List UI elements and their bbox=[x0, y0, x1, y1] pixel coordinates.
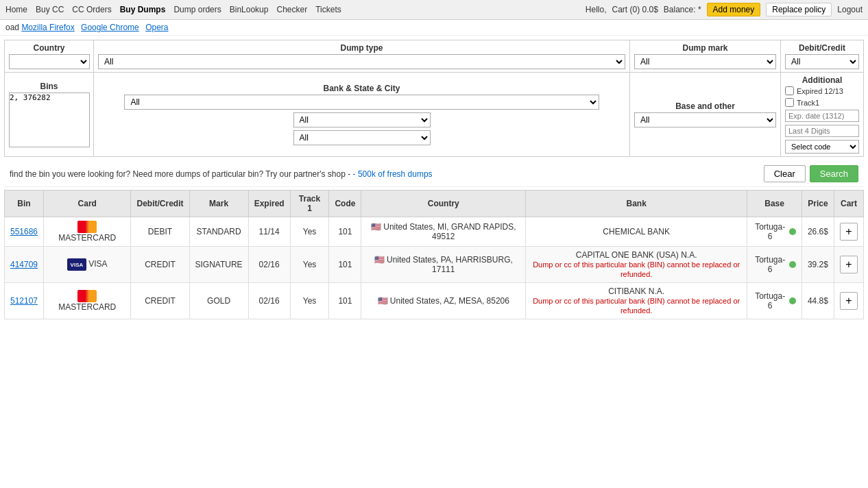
download-opera[interactable]: Opera bbox=[145, 23, 168, 32]
cell-card: MASTERCARD bbox=[44, 283, 131, 319]
col-code: Code bbox=[329, 191, 361, 217]
cell-debitcredit: CREDIT bbox=[131, 247, 189, 283]
cell-debitcredit: CREDIT bbox=[131, 283, 189, 319]
partner-link[interactable]: - 500k of fresh dumps bbox=[353, 169, 433, 179]
col-card: Card bbox=[44, 191, 131, 217]
base-select[interactable]: All bbox=[634, 112, 776, 127]
nav-tickets[interactable]: Tickets bbox=[315, 5, 341, 14]
state-select[interactable]: All bbox=[293, 112, 431, 127]
debitcredit-filter-cell: Debit/Credit All bbox=[781, 40, 863, 72]
base-filter-cell: Base and other All bbox=[630, 73, 781, 156]
table-row: 551686 MASTERCARDDEBITSTANDARD11/14Yes10… bbox=[5, 217, 864, 247]
add-to-cart-button[interactable]: + bbox=[840, 256, 858, 273]
bank-warning: Dump or cc of this particular bank (BIN)… bbox=[533, 297, 740, 315]
bin-link[interactable]: 512107 bbox=[10, 296, 38, 306]
filter-row-2: Bins 2, 376282 Bank & State & City All A… bbox=[5, 73, 863, 156]
dumpmark-label: Dump mark bbox=[634, 43, 776, 53]
base-badge: Tortuga-6 bbox=[753, 255, 796, 274]
bank-select[interactable]: All bbox=[124, 95, 599, 110]
filter-section: Country Dump type All Dump mark All Debi… bbox=[4, 40, 864, 157]
cell-bank: CITIBANK N.A.Dump or cc of this particul… bbox=[526, 283, 747, 319]
mastercard-icon bbox=[77, 290, 97, 302]
cell-mark: GOLD bbox=[189, 283, 248, 319]
top-navigation: Home Buy CC CC Orders Buy Dumps Dump ord… bbox=[0, 0, 868, 20]
add-to-cart-button[interactable]: + bbox=[840, 292, 858, 310]
table-row: 512107 MASTERCARDCREDITGOLD02/16Yes101🇺🇸… bbox=[5, 283, 864, 319]
bank-name: CITIBANK N.A. bbox=[608, 286, 664, 296]
download-chrome[interactable]: Google Chrome bbox=[81, 23, 139, 32]
add-to-cart-button[interactable]: + bbox=[840, 223, 858, 241]
additional-options: Expired 12/13 Track1 Select code bbox=[785, 86, 859, 154]
cell-track1: Yes bbox=[290, 247, 329, 283]
country-filter-cell: Country bbox=[5, 40, 94, 72]
cell-track1: Yes bbox=[290, 283, 329, 319]
dumptype-filter-cell: Dump type All bbox=[94, 40, 630, 72]
nav-dumporders[interactable]: Dump orders bbox=[173, 5, 221, 14]
mastercard-icon bbox=[77, 221, 97, 233]
exp-date-input[interactable] bbox=[785, 110, 859, 122]
cell-base: Tortuga-6 bbox=[747, 283, 802, 319]
download-firefox[interactable]: Mozilla Firefox bbox=[21, 23, 74, 32]
search-message: find the bin you were looking for? Need … bbox=[10, 169, 764, 179]
nav-home[interactable]: Home bbox=[5, 5, 27, 14]
base-name: Tortuga-6 bbox=[753, 291, 787, 310]
base-status-dot bbox=[789, 261, 796, 268]
search-message-text: find the bin you were looking for? Need … bbox=[10, 169, 350, 179]
base-name: Tortuga-6 bbox=[753, 255, 787, 274]
balance-text: Balance: * bbox=[664, 5, 701, 14]
country-select[interactable] bbox=[9, 54, 90, 69]
expired-checkbox-label[interactable]: Expired 12/13 bbox=[785, 86, 859, 95]
table-header-row: Bin Card Debit/Credit Mark Expired Track… bbox=[5, 191, 864, 217]
bin-link[interactable]: 414709 bbox=[10, 260, 38, 269]
cell-bin: 414709 bbox=[5, 247, 44, 283]
cell-cart: + bbox=[834, 283, 863, 319]
cell-card: VISA VISA bbox=[44, 247, 131, 283]
debitcredit-select[interactable]: All bbox=[785, 54, 859, 69]
col-expired: Expired bbox=[248, 191, 290, 217]
nav-ccorders[interactable]: CC Orders bbox=[72, 5, 111, 14]
last4-input[interactable] bbox=[785, 125, 859, 137]
expired-label: Expired 12/13 bbox=[797, 87, 843, 95]
debitcredit-label: Debit/Credit bbox=[785, 43, 859, 53]
cell-debitcredit: DEBIT bbox=[131, 217, 189, 247]
expired-checkbox[interactable] bbox=[785, 86, 794, 95]
city-select[interactable]: All bbox=[293, 130, 431, 145]
results-table: Bin Card Debit/Credit Mark Expired Track… bbox=[4, 190, 864, 319]
nav-buydumps[interactable]: Buy Dumps bbox=[120, 5, 166, 14]
cell-price: 39.2$ bbox=[801, 247, 834, 283]
select-code-select[interactable]: Select code bbox=[785, 140, 859, 154]
track1-label: Track1 bbox=[797, 99, 819, 107]
col-base: Base bbox=[747, 191, 802, 217]
nav-buycc[interactable]: Buy CC bbox=[36, 5, 64, 14]
nav-binlookup[interactable]: BinLookup bbox=[230, 5, 269, 14]
dumptype-select[interactable]: All bbox=[98, 54, 625, 69]
nav-checker[interactable]: Checker bbox=[276, 5, 307, 14]
track1-checkbox[interactable] bbox=[785, 98, 794, 107]
logout-link[interactable]: Logout bbox=[837, 5, 863, 14]
bins-filter-cell: Bins 2, 376282 bbox=[5, 73, 94, 156]
cell-expired: 02/16 bbox=[248, 247, 290, 283]
bins-textarea[interactable]: 2, 376282 bbox=[9, 93, 90, 147]
replace-policy-button[interactable]: Replace policy bbox=[766, 3, 832, 16]
dumptype-label: Dump type bbox=[98, 43, 625, 53]
bank-name: CHEMICAL BANK bbox=[603, 227, 670, 236]
dumpmark-select[interactable]: All bbox=[634, 54, 776, 69]
track1-checkbox-label[interactable]: Track1 bbox=[785, 98, 859, 107]
search-button[interactable]: Search bbox=[810, 165, 858, 182]
cell-price: 26.6$ bbox=[801, 217, 834, 247]
cell-code: 101 bbox=[329, 217, 361, 247]
col-bin: Bin bbox=[5, 191, 44, 217]
base-status-dot bbox=[789, 228, 796, 235]
base-label: Base and other bbox=[634, 101, 776, 111]
country-flag: 🇺🇸 bbox=[378, 296, 388, 306]
add-money-button[interactable]: Add money bbox=[707, 3, 761, 16]
bin-link[interactable]: 551686 bbox=[10, 227, 38, 236]
bank-selects: All All All bbox=[98, 95, 625, 145]
additional-filter-cell: Additional Expired 12/13 Track1 Select c… bbox=[781, 73, 863, 156]
cart-text[interactable]: Cart (0) 0.0$ bbox=[612, 5, 658, 14]
cell-code: 101 bbox=[329, 247, 361, 283]
col-track1: Track 1 bbox=[290, 191, 329, 217]
search-bar: find the bin you were looking for? Need … bbox=[4, 161, 864, 187]
clear-button[interactable]: Clear bbox=[764, 165, 806, 182]
cell-cart: + bbox=[834, 217, 863, 247]
